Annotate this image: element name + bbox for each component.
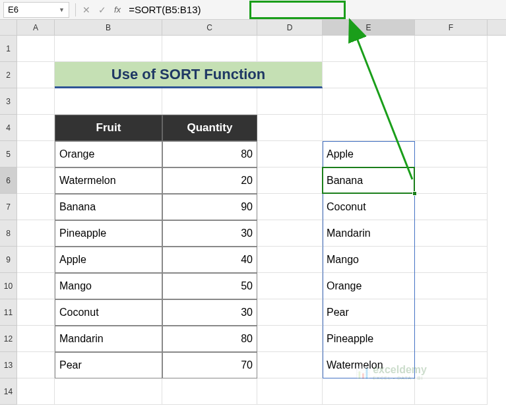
- row-headers: 1 2 3 4 5 6 7 8 9 10 11 12 13 14: [0, 20, 17, 405]
- col-header[interactable]: A: [17, 20, 55, 35]
- table-cell[interactable]: Mandarin: [55, 326, 162, 352]
- row-header[interactable]: 5: [0, 141, 16, 167]
- sorted-cell[interactable]: Banana: [323, 167, 415, 194]
- watermark: 📊 exceldemy EXCEL • DATA • BI: [356, 364, 427, 380]
- table-cell[interactable]: Pear: [55, 352, 162, 378]
- sorted-cell[interactable]: Mango: [323, 247, 415, 273]
- row-header[interactable]: 3: [0, 88, 16, 115]
- table-header-quantity[interactable]: Quantity: [162, 115, 257, 141]
- table-cell[interactable]: 20: [162, 167, 257, 194]
- table-cell[interactable]: 30: [162, 220, 257, 247]
- table-cell[interactable]: Banana: [55, 194, 162, 220]
- sorted-cell[interactable]: Coconut: [323, 194, 415, 220]
- cancel-icon[interactable]: ✕: [79, 2, 94, 18]
- row-header[interactable]: 13: [0, 352, 16, 378]
- row-header[interactable]: 1: [0, 36, 16, 62]
- row-header[interactable]: 2: [0, 62, 16, 88]
- spreadsheet-grid: 1 2 3 4 5 6 7 8 9 10 11 12 13 14 A B C D…: [0, 20, 506, 405]
- col-header[interactable]: F: [415, 20, 488, 35]
- sorted-cell[interactable]: Apple: [323, 141, 415, 167]
- col-header[interactable]: B: [55, 20, 162, 35]
- col-header[interactable]: E: [323, 20, 415, 35]
- row-header[interactable]: 9: [0, 247, 16, 273]
- grid-main: A B C D E F Use of SORT Function Fruit Q…: [17, 20, 506, 405]
- divider: [75, 3, 76, 16]
- select-all-corner[interactable]: [0, 20, 16, 36]
- col-header[interactable]: C: [162, 20, 257, 35]
- table-cell[interactable]: 90: [162, 194, 257, 220]
- row-header[interactable]: 4: [0, 115, 16, 141]
- table-cell[interactable]: Coconut: [55, 299, 162, 326]
- table-header-fruit[interactable]: Fruit: [55, 115, 162, 141]
- fill-handle[interactable]: [412, 191, 417, 196]
- watermark-tagline: EXCEL • DATA • BI: [373, 376, 427, 380]
- row-header[interactable]: 12: [0, 326, 16, 352]
- table-cell[interactable]: Orange: [55, 141, 162, 167]
- table-cell[interactable]: 40: [162, 247, 257, 273]
- row-header[interactable]: 11: [0, 299, 16, 326]
- sorted-cell[interactable]: Mandarin: [323, 220, 415, 247]
- table-cell[interactable]: Apple: [55, 247, 162, 273]
- row-header[interactable]: 14: [0, 378, 16, 405]
- watermark-brand: exceldemy: [373, 364, 427, 376]
- sorted-cell[interactable]: Pineapple: [323, 326, 415, 352]
- formula-bar: E6 ▼ ✕ ✓ fx: [0, 0, 506, 20]
- row-header[interactable]: 8: [0, 220, 16, 247]
- table-cell[interactable]: 80: [162, 141, 257, 167]
- sorted-cell[interactable]: Pear: [323, 299, 415, 326]
- table-cell[interactable]: 50: [162, 273, 257, 299]
- row-header[interactable]: 6: [0, 167, 16, 194]
- sorted-cell[interactable]: Orange: [323, 273, 415, 299]
- col-header[interactable]: D: [257, 20, 323, 35]
- row-header[interactable]: 7: [0, 194, 16, 220]
- chevron-down-icon[interactable]: ▼: [59, 7, 65, 13]
- fx-icon[interactable]: fx: [114, 5, 121, 15]
- table-cell[interactable]: Pineapple: [55, 220, 162, 247]
- checkmark-icon[interactable]: ✓: [94, 2, 110, 18]
- name-box-value: E6: [8, 5, 18, 15]
- table-cell[interactable]: Watermelon: [55, 167, 162, 194]
- column-headers: A B C D E F: [17, 20, 506, 36]
- table-cell[interactable]: 80: [162, 326, 257, 352]
- formula-input[interactable]: [125, 2, 506, 18]
- chart-icon: 📊: [356, 365, 370, 380]
- table-cell[interactable]: 30: [162, 299, 257, 326]
- grid-cells[interactable]: Use of SORT Function Fruit Quantity Oran…: [17, 36, 506, 405]
- name-box[interactable]: E6 ▼: [3, 2, 69, 18]
- table-cell[interactable]: Mango: [55, 273, 162, 299]
- title-cell[interactable]: Use of SORT Function: [55, 62, 323, 88]
- table-cell[interactable]: 70: [162, 352, 257, 378]
- row-header[interactable]: 10: [0, 273, 16, 299]
